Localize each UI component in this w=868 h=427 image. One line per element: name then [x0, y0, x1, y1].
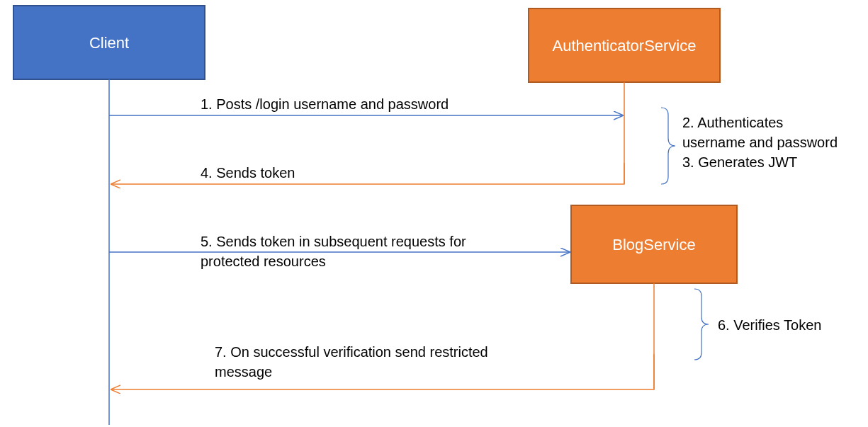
actor-blog-service: BlogService — [571, 205, 737, 283]
msg1-text: 1. Posts /login username and password — [201, 96, 449, 112]
note3-text: 3. Generates JWT — [682, 154, 797, 170]
brace-auth-notes — [661, 108, 675, 184]
msg5-text-line1: 5. Sends token in subsequent requests fo… — [201, 234, 466, 249]
note6-text: 6. Verifies Token — [718, 317, 821, 333]
msg7-text-line1: 7. On successful verification send restr… — [215, 344, 488, 360]
msg7-text-line2: message — [215, 364, 272, 380]
client-label: Client — [89, 34, 129, 52]
msg4-arrow — [112, 163, 624, 184]
brace-blog-note — [694, 289, 709, 360]
actor-client: Client — [13, 6, 205, 79]
msg5-text-line2: protected resources — [201, 254, 326, 269]
auth-label: AuthenticatorService — [553, 37, 697, 55]
msg4-text: 4. Sends token — [201, 165, 295, 181]
actor-authenticator-service: AuthenticatorService — [529, 8, 720, 82]
sequence-diagram: Client AuthenticatorService BlogService … — [0, 0, 868, 427]
note2-line2: username and password — [682, 135, 838, 150]
blog-label: BlogService — [612, 236, 695, 254]
note2-line1: 2. Authenticates — [682, 115, 783, 130]
